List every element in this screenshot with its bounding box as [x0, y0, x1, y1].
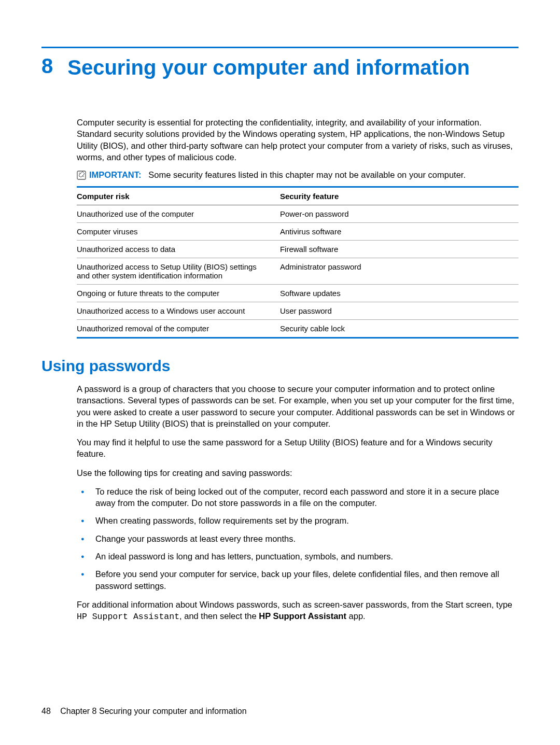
risk-cell: Unauthorized access to Setup Utility (BI…	[77, 258, 280, 285]
table-row: Unauthorized use of the computerPower-on…	[77, 205, 519, 223]
risk-cell: Ongoing or future threats to the compute…	[77, 285, 280, 302]
table-row: Unauthorized removal of the computerSecu…	[77, 320, 519, 338]
chapter-number: 8	[41, 54, 53, 77]
table-row: Unauthorized access to Setup Utility (BI…	[77, 258, 519, 285]
table-header-feature: Security feature	[280, 187, 519, 205]
important-note: IMPORTANT: Some security features listed…	[77, 170, 519, 182]
table-row: Computer virusesAntivirus software	[77, 223, 519, 241]
feature-cell: Administrator password	[280, 258, 519, 285]
risk-cell: Unauthorized removal of the computer	[77, 320, 280, 338]
passwords-para-4: For additional information about Windows…	[77, 599, 519, 623]
page-footer: 48 Chapter 8 Securing your computer and …	[41, 707, 247, 716]
page-number: 48	[41, 707, 51, 716]
risk-cell: Computer viruses	[77, 223, 280, 241]
feature-cell: Software updates	[280, 285, 519, 302]
important-icon	[77, 171, 86, 182]
bold-app-name: HP Support Assistant	[259, 611, 346, 621]
intro-paragraph: Computer security is essential for prote…	[77, 117, 519, 163]
risk-cell: Unauthorized use of the computer	[77, 205, 280, 223]
table-row: Unauthorized access to a Windows user ac…	[77, 302, 519, 320]
table-header-risk: Computer risk	[77, 187, 280, 205]
feature-cell: Power-on password	[280, 205, 519, 223]
list-item: Before you send your computer for servic…	[77, 568, 519, 592]
footer-text: Chapter 8 Securing your computer and inf…	[60, 707, 246, 715]
table-row: Ongoing or future threats to the compute…	[77, 285, 519, 302]
risk-cell: Unauthorized access to data	[77, 241, 280, 258]
list-item: Change your passwords at least every thr…	[77, 533, 519, 544]
important-label: IMPORTANT:	[89, 170, 142, 179]
risk-cell: Unauthorized access to a Windows user ac…	[77, 302, 280, 320]
passwords-para-2: You may find it helpful to use the same …	[77, 437, 519, 460]
list-item: When creating passwords, follow requirem…	[77, 515, 519, 526]
feature-cell: Security cable lock	[280, 320, 519, 338]
section-heading-passwords: Using passwords	[41, 357, 519, 375]
feature-cell: Antivirus software	[280, 223, 519, 241]
feature-cell: User password	[280, 302, 519, 320]
important-text: Some security features listed in this ch…	[148, 170, 466, 179]
passwords-para-1: A password is a group of characters that…	[77, 383, 519, 429]
list-item: An ideal password is long and has letter…	[77, 551, 519, 562]
table-row: Unauthorized access to dataFirewall soft…	[77, 241, 519, 258]
password-tips-list: To reduce the risk of being locked out o…	[77, 486, 519, 592]
mono-text: HP Support Assistant	[77, 612, 179, 622]
passwords-para-3: Use the following tips for creating and …	[77, 467, 519, 479]
feature-cell: Firewall software	[280, 241, 519, 258]
risk-feature-table: Computer risk Security feature Unauthori…	[77, 186, 519, 339]
chapter-title: Securing your computer and information	[67, 54, 470, 80]
list-item: To reduce the risk of being locked out o…	[77, 486, 519, 509]
chapter-heading: 8 Securing your computer and information	[41, 54, 519, 80]
top-rule	[41, 47, 519, 48]
